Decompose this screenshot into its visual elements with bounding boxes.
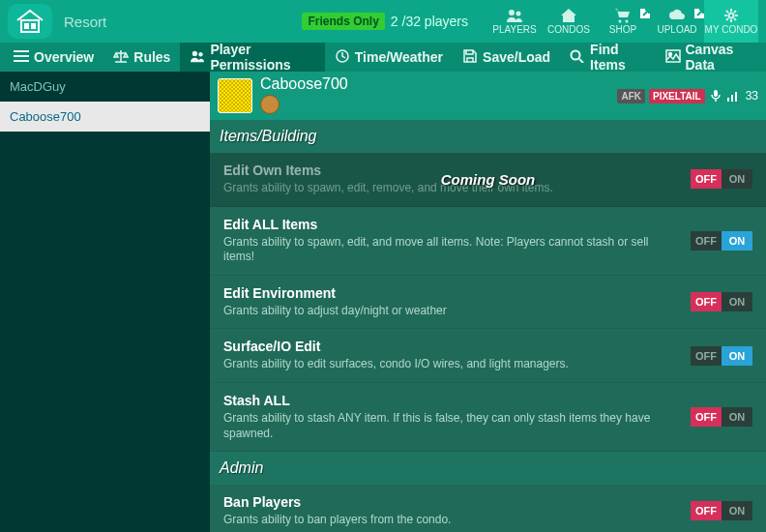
section-header: Admin: [210, 452, 766, 485]
permission-toggle[interactable]: OFFON: [691, 501, 752, 520]
toggle-off[interactable]: OFF: [691, 501, 722, 520]
tab-find-items[interactable]: Find Items: [560, 43, 655, 72]
toggle-on[interactable]: ON: [722, 169, 752, 189]
permission-row: Stash ALLGrants ability to stash ANY ite…: [210, 383, 766, 452]
scales-icon: [113, 49, 129, 66]
toggle-on[interactable]: ON: [722, 231, 752, 251]
tab-label: Rules: [133, 49, 170, 65]
tab-label: Save/Load: [483, 49, 550, 65]
tab-label: Find Items: [590, 42, 645, 73]
permission-row: Edit Own ItemsGrants ability to spawn, e…: [210, 153, 766, 207]
privacy-badge: Friends Only: [302, 13, 384, 30]
section-header: Items/Building: [210, 120, 766, 153]
sidebar-player-item[interactable]: Caboose700: [0, 102, 210, 132]
external-link-icon: [691, 6, 698, 14]
svg-point-4: [516, 12, 521, 16]
permission-title: Surface/IO Edit: [223, 339, 679, 354]
nav-my-condo[interactable]: MY CONDO: [704, 0, 758, 43]
toggle-off[interactable]: OFF: [691, 231, 722, 251]
toggle-on[interactable]: ON: [722, 407, 752, 427]
svg-rect-18: [727, 98, 729, 102]
permission-toggle[interactable]: OFFON: [691, 169, 752, 189]
mic-icon: [709, 89, 722, 103]
svg-point-14: [572, 50, 580, 59]
player-count: 2 /32 players: [391, 14, 468, 29]
toggle-off[interactable]: OFF: [691, 169, 722, 189]
svg-point-6: [626, 20, 629, 23]
svg-point-12: [199, 52, 203, 56]
permission-row: Edit ALL ItemsGrants ability to spawn, e…: [210, 207, 766, 276]
save-icon: [462, 49, 478, 66]
nav-label: SHOP: [609, 24, 636, 35]
permission-toggle[interactable]: OFFON: [691, 346, 752, 366]
search-icon: [570, 49, 585, 66]
tab-rules[interactable]: Rules: [103, 43, 180, 72]
permission-toggle[interactable]: OFFON: [691, 292, 752, 311]
toggle-off[interactable]: OFF: [691, 292, 722, 311]
staff-badge: PIXELTAIL: [649, 89, 705, 103]
condo-logo-icon: [8, 4, 52, 39]
permission-desc: Grants ability to stash ANY item. If thi…: [223, 411, 679, 441]
player-name: Caboose700: [260, 75, 609, 93]
list-icon: [14, 49, 29, 66]
users-icon: [190, 49, 205, 66]
tab-player-permissions[interactable]: Player Permissions: [180, 43, 324, 72]
svg-rect-0: [21, 20, 39, 32]
permission-toggle[interactable]: OFFON: [691, 231, 752, 251]
tab-label: Canvas Data: [686, 42, 753, 73]
svg-point-5: [619, 20, 622, 23]
svg-rect-17: [714, 90, 718, 97]
svg-rect-20: [735, 92, 737, 102]
nav-shop[interactable]: SHOP: [596, 0, 650, 43]
rank-badge-icon: [260, 95, 280, 114]
status-badges: AFK PIXELTAIL 33: [617, 89, 758, 103]
svg-point-3: [509, 10, 515, 15]
player-header: Caboose700 AFK PIXELTAIL 33: [210, 72, 766, 120]
clock-icon: [335, 49, 350, 66]
nav-items: PLAYERSCONDOSSHOPUPLOADMY CONDO: [487, 0, 758, 43]
permission-row: Surface/IO EditGrants ability to edit su…: [210, 329, 766, 383]
svg-rect-19: [731, 95, 733, 102]
toggle-on[interactable]: ON: [722, 346, 752, 366]
toggle-off[interactable]: OFF: [691, 346, 722, 366]
top-bar: Resort Friends Only 2 /32 players PLAYER…: [0, 0, 766, 43]
svg-point-11: [192, 50, 197, 55]
permission-title: Stash ALL: [223, 393, 679, 408]
player-avatar: [218, 78, 252, 113]
permission-toggle[interactable]: OFFON: [691, 407, 752, 427]
image-icon: [665, 49, 681, 66]
toggle-on[interactable]: ON: [722, 292, 752, 311]
svg-rect-10: [14, 60, 29, 62]
sidebar-player-item[interactable]: MacDGuy: [0, 72, 210, 102]
toggle-off[interactable]: OFF: [691, 407, 722, 427]
nav-condos[interactable]: CONDOS: [542, 0, 596, 43]
external-link-icon: [636, 6, 644, 14]
signal-icon: [726, 89, 740, 103]
nav-players[interactable]: PLAYERS: [487, 0, 542, 43]
nav-label: PLAYERS: [492, 24, 536, 35]
permission-title: Ban Players: [223, 494, 679, 510]
permission-row: Edit EnvironmentGrants ability to adjust…: [210, 276, 766, 330]
tab-bar: OverviewRulesPlayer PermissionsTime/Weat…: [0, 43, 766, 72]
nav-label: UPLOAD: [657, 24, 696, 35]
tab-canvas-data[interactable]: Canvas Data: [656, 43, 763, 72]
permission-title: Edit Own Items: [223, 163, 679, 178]
permission-desc: Grants ability to ban players from the c…: [223, 513, 679, 528]
nav-upload[interactable]: UPLOAD: [650, 0, 704, 43]
permission-title: Edit ALL Items: [223, 217, 679, 232]
tab-label: Overview: [34, 49, 94, 65]
svg-rect-9: [14, 55, 29, 57]
tab-save-load[interactable]: Save/Load: [453, 43, 560, 72]
permission-desc: Grants ability to adjust day/night or we…: [223, 304, 679, 319]
permissions-content: Caboose700 AFK PIXELTAIL 33 Items/Buildi…: [210, 72, 766, 532]
tab-time-weather[interactable]: Time/Weather: [325, 43, 453, 72]
toggle-on[interactable]: ON: [722, 501, 752, 520]
nav-label: CONDOS: [547, 24, 590, 35]
permission-desc: Grants ability to spawn, edit, and move …: [223, 235, 679, 265]
tab-label: Time/Weather: [355, 49, 443, 65]
svg-rect-2: [32, 24, 35, 28]
nav-label: MY CONDO: [705, 24, 758, 35]
tab-overview[interactable]: Overview: [4, 43, 103, 72]
tab-label: Player Permissions: [210, 42, 314, 73]
condo-name: Resort: [64, 14, 106, 30]
